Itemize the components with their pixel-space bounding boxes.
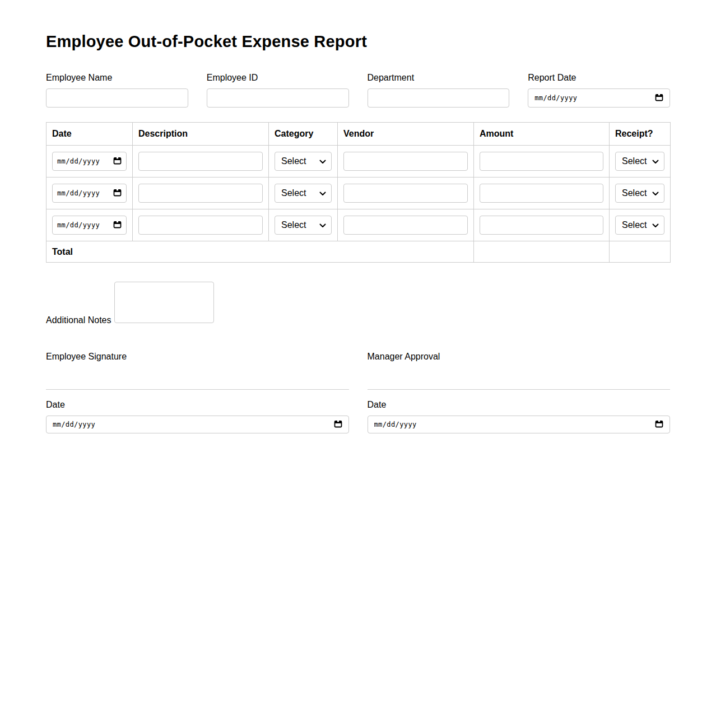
expense-table-header-row: Date Description Category Vendor Amount … <box>47 123 671 146</box>
col-header-receipt: Receipt? <box>610 123 671 146</box>
total-row: Total <box>47 241 671 263</box>
calendar-icon[interactable] <box>110 188 122 199</box>
date-placeholder: mm/dd/yyyy <box>53 421 95 428</box>
expense-report-form: Employee Out-of-Pocket Expense Report Em… <box>46 0 670 433</box>
row3-vendor-input[interactable] <box>343 216 468 235</box>
select-value: Select <box>622 188 647 198</box>
date-placeholder: mm/dd/yyyy <box>57 157 100 165</box>
row2-category-select[interactable]: Select <box>275 184 332 203</box>
col-header-date: Date <box>47 123 133 146</box>
row2-vendor-input[interactable] <box>343 184 468 203</box>
department-field: Department <box>368 72 510 108</box>
select-value: Select <box>281 220 306 230</box>
col-header-vendor: Vendor <box>338 123 474 146</box>
col-header-description: Description <box>133 123 269 146</box>
row2-receipt-select[interactable]: Select <box>615 184 664 203</box>
page-title: Employee Out-of-Pocket Expense Report <box>46 32 670 51</box>
row1-amount-input[interactable] <box>480 152 603 171</box>
chevron-down-icon <box>315 156 326 166</box>
date-placeholder: mm/dd/yyyy <box>57 189 100 197</box>
chevron-down-icon <box>648 188 659 198</box>
additional-notes-label: Additional Notes <box>46 315 111 325</box>
chevron-down-icon <box>648 220 659 230</box>
col-header-category: Category <box>269 123 338 146</box>
calendar-icon[interactable] <box>652 93 663 104</box>
select-value: Select <box>622 156 647 166</box>
row1-category-select[interactable]: Select <box>275 152 332 171</box>
employee-name-input[interactable] <box>46 88 188 108</box>
employee-date-input[interactable]: mm/dd/yyyy <box>46 416 349 433</box>
calendar-icon[interactable] <box>652 419 663 430</box>
report-date-label: Report Date <box>528 72 670 83</box>
chevron-down-icon <box>315 220 326 230</box>
department-label: Department <box>368 72 510 83</box>
signature-section: Employee Signature Date mm/dd/yyyy Manag… <box>46 351 670 433</box>
calendar-icon[interactable] <box>331 419 342 430</box>
employee-signature-line[interactable] <box>46 389 349 390</box>
total-receipt-cell <box>610 241 671 263</box>
row3-description-input[interactable] <box>138 216 263 235</box>
date-placeholder: mm/dd/yyyy <box>534 94 577 102</box>
select-value: Select <box>281 156 306 166</box>
row2-date-input[interactable]: mm/dd/yyyy <box>52 184 127 203</box>
chevron-down-icon <box>648 156 659 166</box>
employee-signature-block: Employee Signature Date mm/dd/yyyy <box>46 351 349 433</box>
report-date-input[interactable]: mm/dd/yyyy <box>528 88 670 108</box>
row3-amount-input[interactable] <box>480 216 603 235</box>
manager-approval-label: Manager Approval <box>368 351 671 362</box>
employee-name-label: Employee Name <box>46 72 188 83</box>
row1-vendor-input[interactable] <box>343 152 468 171</box>
additional-notes-textarea[interactable] <box>114 282 214 323</box>
row1-date-input[interactable]: mm/dd/yyyy <box>52 152 127 171</box>
manager-signature-line[interactable] <box>368 389 671 390</box>
date-placeholder: mm/dd/yyyy <box>57 221 100 229</box>
calendar-icon[interactable] <box>110 220 122 231</box>
total-label: Total <box>47 241 474 263</box>
employee-signature-label: Employee Signature <box>46 351 349 362</box>
manager-date-label: Date <box>368 399 671 410</box>
expense-row-3: mm/dd/yyyy Select <box>47 209 671 241</box>
manager-approval-block: Manager Approval Date mm/dd/yyyy <box>368 351 671 433</box>
department-input[interactable] <box>368 88 510 108</box>
row3-category-select[interactable]: Select <box>275 216 332 235</box>
row3-receipt-select[interactable]: Select <box>615 216 664 235</box>
manager-date-input[interactable]: mm/dd/yyyy <box>368 416 671 433</box>
employee-name-field: Employee Name <box>46 72 188 108</box>
row1-description-input[interactable] <box>138 152 263 171</box>
expense-table: Date Description Category Vendor Amount … <box>46 122 671 263</box>
employee-date-label: Date <box>46 399 349 410</box>
row3-date-input[interactable]: mm/dd/yyyy <box>52 216 127 235</box>
date-placeholder: mm/dd/yyyy <box>374 421 417 428</box>
employee-id-label: Employee ID <box>207 72 349 83</box>
expense-row-2: mm/dd/yyyy Select <box>47 178 671 209</box>
calendar-icon[interactable] <box>110 156 122 167</box>
additional-notes-row: Additional Notes <box>46 282 670 325</box>
total-amount-cell <box>474 241 610 263</box>
select-value: Select <box>622 220 647 230</box>
report-date-field: Report Date mm/dd/yyyy <box>528 72 670 108</box>
row2-amount-input[interactable] <box>480 184 603 203</box>
chevron-down-icon <box>315 188 326 198</box>
select-value: Select <box>281 188 306 198</box>
employee-id-input[interactable] <box>207 88 349 108</box>
row1-receipt-select[interactable]: Select <box>615 152 664 171</box>
col-header-amount: Amount <box>474 123 610 146</box>
row2-description-input[interactable] <box>138 184 263 203</box>
employee-id-field: Employee ID <box>207 72 349 108</box>
expense-row-1: mm/dd/yyyy Select <box>47 146 671 178</box>
info-fields-row: Employee Name Employee ID Department Rep… <box>46 72 670 108</box>
